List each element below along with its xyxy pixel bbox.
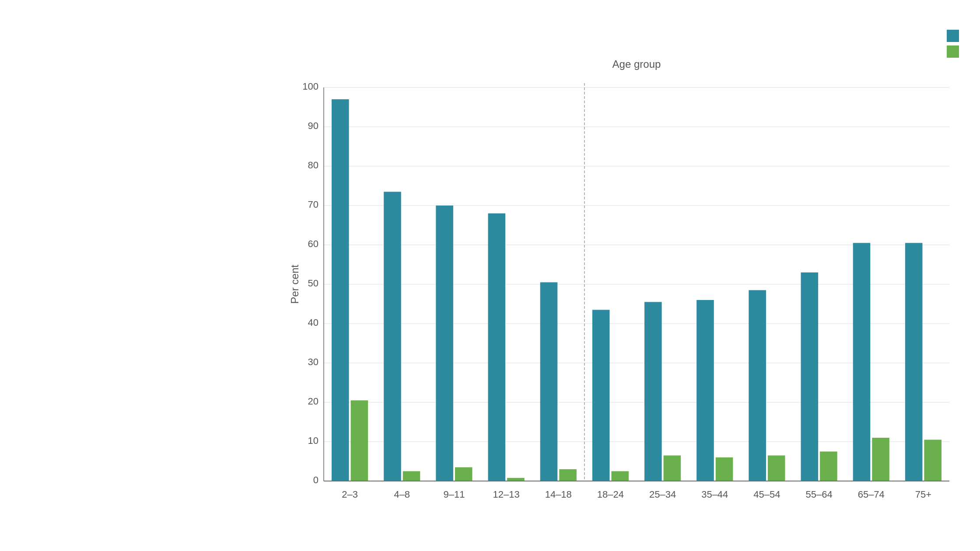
svg-text:100: 100 (302, 81, 318, 92)
svg-text:80: 80 (308, 160, 318, 171)
svg-text:55–64: 55–64 (805, 489, 832, 500)
svg-rect-25 (351, 401, 368, 481)
svg-text:Per cent: Per cent (289, 265, 301, 304)
svg-rect-42 (644, 302, 662, 481)
svg-text:90: 90 (308, 120, 318, 131)
svg-text:0: 0 (313, 474, 318, 485)
svg-rect-45 (696, 300, 714, 481)
svg-rect-52 (820, 452, 837, 481)
svg-rect-49 (768, 456, 785, 481)
svg-text:10: 10 (308, 435, 318, 446)
svg-text:30: 30 (308, 356, 318, 367)
fruit-color-swatch (947, 30, 959, 42)
svg-rect-46 (716, 457, 733, 481)
svg-text:45–54: 45–54 (753, 489, 780, 500)
svg-rect-24 (332, 99, 349, 481)
svg-text:4–8: 4–8 (394, 489, 410, 500)
svg-rect-48 (749, 290, 766, 481)
svg-rect-34 (507, 478, 525, 481)
page: 0102030405060708090100Per centAge group2… (0, 0, 980, 551)
svg-rect-36 (540, 282, 558, 481)
svg-text:75+: 75+ (915, 489, 931, 500)
svg-text:50: 50 (308, 278, 318, 289)
svg-rect-55 (872, 438, 889, 481)
bar-chart: 0102030405060708090100Per centAge group2… (289, 52, 962, 516)
svg-rect-58 (924, 440, 942, 481)
svg-rect-39 (592, 310, 610, 481)
svg-text:25–34: 25–34 (649, 489, 676, 500)
svg-rect-57 (905, 243, 923, 481)
svg-text:Age group: Age group (612, 58, 661, 70)
svg-rect-51 (801, 272, 819, 481)
svg-text:35–44: 35–44 (701, 489, 728, 500)
svg-text:12–13: 12–13 (493, 489, 519, 500)
svg-rect-28 (403, 471, 420, 481)
svg-rect-54 (853, 243, 871, 481)
svg-rect-33 (488, 213, 506, 481)
svg-text:65–74: 65–74 (858, 489, 885, 500)
svg-text:9–11: 9–11 (443, 489, 465, 500)
svg-text:40: 40 (308, 317, 318, 328)
svg-rect-40 (611, 471, 629, 481)
svg-text:14–18: 14–18 (545, 489, 572, 500)
chart-panel: 0102030405060708090100Per centAge group2… (289, 26, 962, 525)
svg-text:70: 70 (308, 199, 318, 210)
legend-item-fruit (947, 30, 962, 42)
svg-rect-30 (436, 206, 453, 481)
svg-text:2–3: 2–3 (342, 489, 358, 500)
svg-text:18–24: 18–24 (597, 489, 624, 500)
svg-rect-27 (384, 192, 401, 481)
left-panel (35, 26, 289, 525)
svg-text:60: 60 (308, 238, 318, 249)
svg-rect-31 (455, 467, 472, 481)
svg-rect-43 (664, 456, 681, 481)
chart-area: 0102030405060708090100Per centAge group2… (289, 52, 962, 525)
svg-text:20: 20 (308, 396, 318, 407)
svg-rect-37 (559, 469, 577, 481)
